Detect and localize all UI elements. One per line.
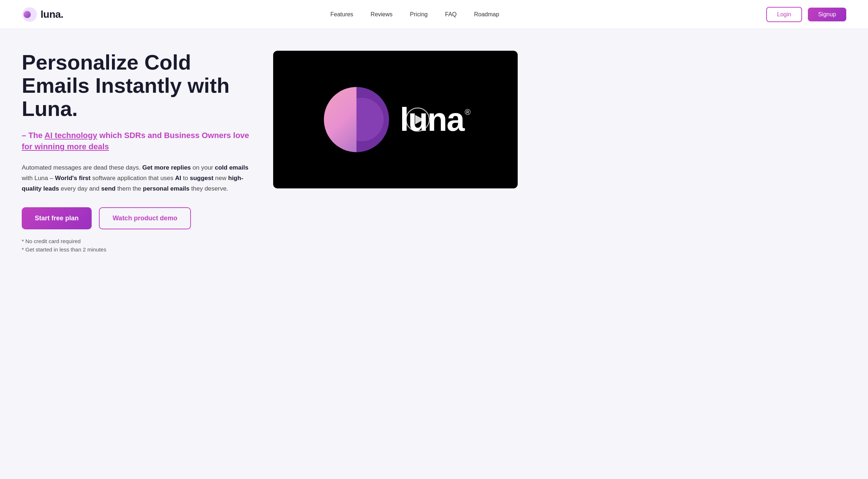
watch-demo-button[interactable]: Watch product demo [99,207,191,229]
hero-note-1: * No credit card required [22,238,251,244]
start-free-plan-button[interactable]: Start free plan [22,207,92,229]
subtitle-link1[interactable]: AI technology [45,131,97,140]
hero-notes: * No credit card required * Get started … [22,238,251,253]
subtitle-dash: – [22,131,28,140]
hero-video: l u na ® [273,51,500,188]
svg-point-1 [24,11,31,18]
video-u-char: u [408,101,427,138]
video-logo: l u na ® [320,83,471,156]
nav-buttons: Login Signup [766,7,846,22]
logo-icon [22,7,38,22]
hero-description: Automated messages are dead these days. … [22,163,251,194]
nav-faq[interactable]: FAQ [445,11,456,17]
nav-features[interactable]: Features [330,11,353,17]
hero-content: Personalize Cold Emails Instantly with L… [22,51,251,253]
nav-reviews[interactable]: Reviews [371,11,392,17]
subtitle-text1: The [28,131,44,140]
nav-links: Features Reviews Pricing FAQ Roadmap [330,11,499,18]
video-text-area: l u na ® [400,101,471,138]
play-circle-icon [405,107,430,132]
video-luna-icon [320,83,393,156]
hero-buttons: Start free plan Watch product demo [22,207,251,229]
navbar: luna. Features Reviews Pricing FAQ Roadm… [0,0,868,29]
video-container[interactable]: l u na ® [273,51,518,188]
nav-roadmap[interactable]: Roadmap [474,11,499,17]
logo-link[interactable]: luna. [22,7,63,22]
svg-marker-8 [415,115,424,124]
nav-pricing[interactable]: Pricing [410,11,428,17]
subtitle-link2[interactable]: for winning more deals [22,142,109,151]
login-button[interactable]: Login [766,7,802,22]
video-na-text: na [427,101,464,138]
registered-mark: ® [465,108,471,117]
hero-title: Personalize Cold Emails Instantly with L… [22,51,251,120]
hero-section: Personalize Cold Emails Instantly with L… [0,29,522,274]
signup-button[interactable]: Signup [808,8,846,21]
hero-subtitle: – The AI technology which SDRs and Busin… [22,130,251,153]
subtitle-text2: which SDRs and Business Owners love [99,131,249,140]
hero-note-2: * Get started in less than 2 minutes [22,246,251,253]
logo-text: luna. [41,9,63,20]
